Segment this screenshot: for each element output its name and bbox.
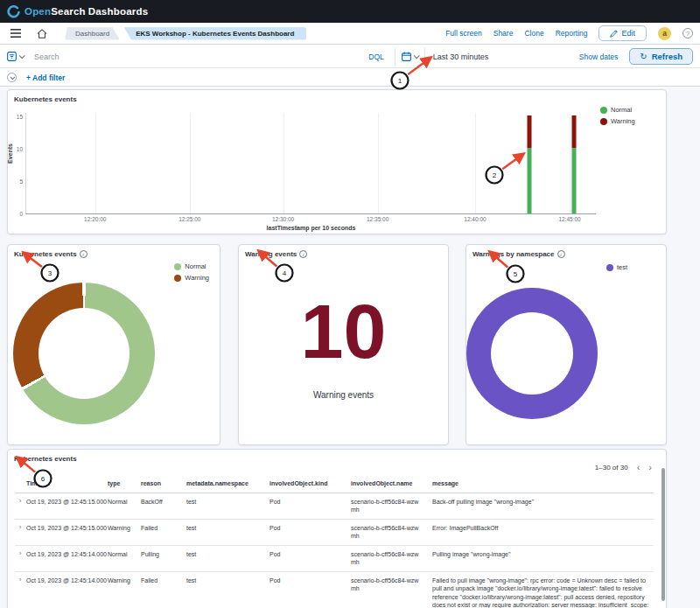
breadcrumb-0[interactable]: Dashboard [65, 27, 120, 40]
cell-type: Normal [108, 498, 140, 507]
events-donut-chart[interactable] [13, 283, 155, 424]
namespace-donut-chart[interactable] [466, 288, 598, 419]
donut-legend: test [606, 263, 627, 271]
legend-item-normal[interactable]: Normal [174, 262, 209, 270]
timerange-display[interactable]: Last 30 minutes [425, 52, 576, 61]
expand-row-icon[interactable]: › [15, 498, 25, 505]
panel-kubernetes-events-table: Kubernetes events 1–30 of 30 ‹ › Time▼ty… [7, 449, 667, 608]
info-icon[interactable]: i [80, 250, 88, 258]
x-axis-tick-label: 12:25:00 [178, 216, 200, 222]
gridline [475, 113, 476, 213]
cell-message: Pulling image "wrong-image" [432, 550, 654, 559]
edit-button[interactable]: Edit [598, 25, 647, 41]
calendar-icon[interactable] [396, 48, 425, 66]
search-input[interactable] [34, 52, 358, 61]
saved-query-menu[interactable] [7, 52, 24, 61]
cell-name: scenario-b-cff56c84-wzwmh [351, 524, 431, 541]
cell-reason: Pulling [141, 550, 186, 559]
date-picker: Last 30 minutes Show dates [395, 48, 621, 66]
legend-dot-icon [174, 263, 181, 270]
sort-descending-icon[interactable]: ▼ [42, 481, 47, 486]
pagination-range: 1–30 of 30 [595, 464, 628, 472]
donut-legend: NormalWarning [174, 262, 209, 282]
column-header-reason[interactable]: reason [141, 479, 186, 488]
filter-options-icon[interactable] [7, 73, 17, 82]
edit-button-label: Edit [621, 29, 635, 38]
pagination: 1–30 of 30 ‹ › [595, 463, 652, 472]
nav-link-full-screen[interactable]: Full screen [445, 29, 482, 38]
breadcrumb-current[interactable]: EKS Workshop - Kubernetes Events Dashboa… [123, 27, 306, 40]
info-icon[interactable]: i [557, 250, 565, 258]
show-dates-button[interactable]: Show dates [576, 52, 621, 61]
histogram-legend: NormalWarning [600, 106, 635, 125]
nav-link-clone[interactable]: Clone [524, 29, 543, 38]
cell-namespace: test [186, 577, 269, 585]
expand-row-icon[interactable]: › [15, 577, 25, 584]
chevron-down-icon [413, 52, 419, 59]
cell-reason: Failed [141, 524, 186, 533]
y-axis-tick-label: 5 [19, 178, 23, 184]
gridline [190, 113, 191, 213]
refresh-button[interactable]: ↻ Refresh [629, 48, 693, 65]
app-title: OpenSearchDashboards [24, 6, 148, 17]
metric-value: 10 [239, 293, 448, 370]
previous-page-icon[interactable]: ‹ [637, 463, 640, 472]
gridline [95, 113, 96, 213]
cell-name: scenario-b-cff56c84-wzwmh [351, 550, 431, 567]
panel-title[interactable]: Kubernetes events [14, 95, 77, 103]
cell-message: Error: ImagePullBackOff [432, 524, 654, 533]
legend-label: Warning [185, 274, 209, 282]
legend-item-test[interactable]: test [606, 263, 627, 271]
column-header-involvedobject-name[interactable]: involvedObject.name [351, 479, 431, 488]
bar-segment-normal [527, 148, 531, 213]
histogram-plot-area[interactable]: lastTimestamp per 10 seconds 12:20:0012:… [25, 113, 596, 214]
table-scrollbar[interactable] [662, 468, 665, 601]
legend-item-normal[interactable]: Normal [600, 106, 635, 114]
panel-title[interactable]: Kubernetes events [14, 455, 77, 463]
cell-reason: BackOff [141, 498, 186, 507]
panel-title[interactable]: Kubernetes eventsi [14, 250, 88, 258]
column-header-involvedobject-kind[interactable]: involvedObject.kind [270, 479, 350, 488]
menu-icon[interactable] [7, 29, 24, 38]
dql-button[interactable]: DQL [358, 52, 394, 61]
query-bar: DQL Last 30 minutes Show dates ↻ Refresh [0, 45, 700, 68]
column-header-time[interactable]: Time▼ [26, 479, 107, 489]
table-row: ›Oct 19, 2023 @ 12:45:15.000NormalBackOf… [15, 493, 654, 520]
add-filter-button[interactable]: + Add filter [26, 73, 65, 82]
filter-bar: + Add filter [0, 69, 700, 87]
stacked-bar[interactable] [572, 115, 577, 213]
next-page-icon[interactable]: › [648, 463, 652, 472]
nav-link-share[interactable]: Share [494, 29, 514, 38]
avatar[interactable]: a [658, 27, 671, 40]
panel-title[interactable]: Warning eventsi [245, 250, 307, 258]
table-row: ›Oct 19, 2023 @ 12:45:14.000NormalPullin… [15, 546, 654, 572]
pencil-icon [610, 30, 618, 38]
help-icon[interactable]: ? [682, 28, 693, 38]
column-header-message[interactable]: message [432, 479, 654, 488]
home-icon[interactable] [33, 29, 51, 38]
panel-kubernetes-events-donut: Kubernetes eventsi NormalWarning [7, 244, 220, 445]
cell-namespace: test [186, 498, 269, 507]
column-header-type[interactable]: type [108, 479, 140, 488]
cell-message: Failed to pull image "wrong-image": rpc … [432, 577, 654, 608]
events-table: Time▼typereasonmetadata.namespaceinvolve… [15, 476, 654, 608]
y-axis-tick-label: 15 [17, 113, 23, 119]
info-icon[interactable]: i [299, 250, 307, 258]
legend-item-warning[interactable]: Warning [174, 274, 209, 282]
panel-title[interactable]: Warnings by namespacei [472, 250, 565, 258]
legend-item-warning[interactable]: Warning [600, 117, 635, 125]
cell-message: Back-off pulling image "wrong-image" [432, 498, 654, 507]
panel-kubernetes-events-histogram: Kubernetes events Events lastTimestamp p… [7, 89, 667, 234]
expand-row-icon[interactable]: › [15, 524, 25, 531]
expand-row-icon[interactable]: › [15, 550, 25, 557]
nav-link-reporting[interactable]: Reporting [556, 29, 588, 38]
column-header-metadata-namespace[interactable]: metadata.namespace [186, 479, 269, 488]
cell-name: scenario-b-cff56c84-wzwmh [351, 498, 431, 514]
refresh-button-label: Refresh [652, 52, 682, 61]
cell-namespace: test [186, 524, 269, 533]
gridline [570, 113, 570, 213]
legend-dot-icon [600, 118, 607, 125]
chevron-down-icon [19, 52, 25, 59]
cell-namespace: test [186, 550, 269, 559]
stacked-bar[interactable] [527, 115, 531, 213]
